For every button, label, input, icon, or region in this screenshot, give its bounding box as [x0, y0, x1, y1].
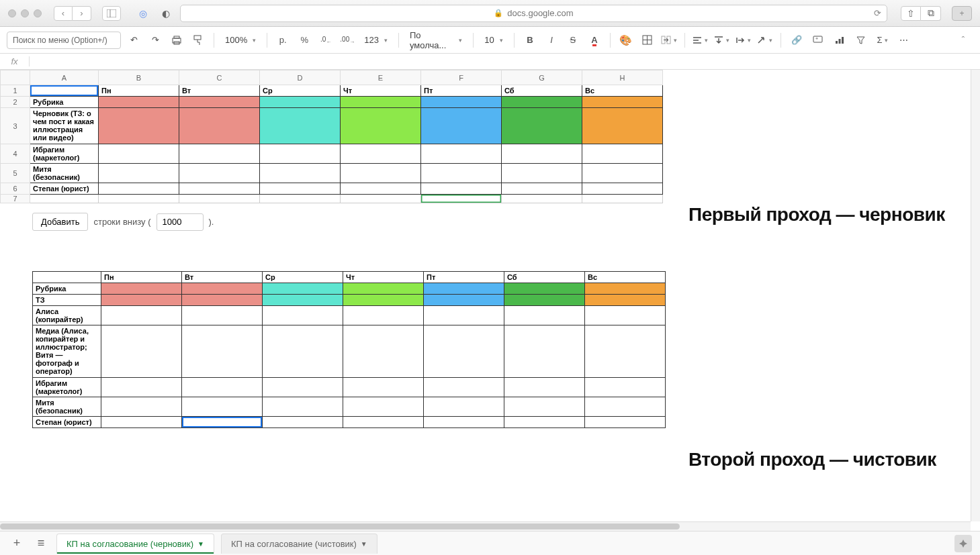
address-bar-wrap: ◎ ◐ 🔒 docs.google.com ⟳ [134, 5, 887, 22]
merge-button[interactable] [660, 32, 678, 49]
paint-format-button[interactable] [189, 32, 207, 49]
browser-right-buttons: ⇧ ⧉ [901, 6, 941, 21]
wrap-icon [736, 36, 745, 44]
new-tab-button[interactable]: + [952, 6, 972, 21]
undo-button[interactable]: ↶ [125, 32, 142, 49]
print-button[interactable] [168, 32, 185, 49]
functions-button[interactable]: Σ [874, 32, 891, 49]
back-button[interactable]: ‹ [54, 6, 73, 21]
print-icon [171, 36, 182, 45]
percent-button[interactable]: % [296, 32, 313, 49]
decrease-decimal-button[interactable]: .0← [317, 32, 335, 49]
fill-icon: 🎨 [619, 34, 632, 46]
svg-rect-18 [836, 41, 838, 44]
menu-search-input[interactable]: Поиск по меню (Option+/) [7, 32, 121, 49]
wrap-button[interactable] [735, 32, 752, 49]
sheets-toolbar: Поиск по меню (Option+/) ↶ ↷ 100% р. % .… [0, 27, 980, 54]
strikethrough-button[interactable]: S [564, 32, 582, 49]
more-button[interactable]: ⋯ [895, 32, 913, 49]
tabs-button[interactable]: ⧉ [921, 6, 941, 21]
comment-button[interactable]: + [809, 32, 827, 49]
svg-rect-3 [174, 36, 179, 38]
font-select[interactable]: По умолча... [406, 32, 466, 49]
svg-rect-20 [842, 37, 844, 44]
currency-button[interactable]: р. [274, 32, 292, 49]
font-size-select[interactable]: 10 [480, 32, 507, 49]
minimize-window-icon[interactable] [21, 9, 29, 17]
reload-icon[interactable]: ⟳ [874, 8, 881, 18]
increase-decimal-button[interactable]: .00→ [339, 32, 356, 49]
traffic-lights [8, 9, 42, 17]
chart-button[interactable] [831, 32, 848, 49]
nav-buttons: ‹ › [54, 6, 91, 21]
chart-icon [835, 36, 844, 44]
forward-button[interactable]: › [73, 6, 91, 21]
align-icon [693, 36, 702, 44]
sidebar-toggle-button[interactable] [102, 6, 121, 21]
comment-icon: + [813, 36, 823, 44]
svg-rect-19 [838, 39, 840, 44]
share-button[interactable]: ⇧ [901, 6, 921, 21]
svg-rect-5 [194, 36, 201, 40]
rotate-icon [757, 36, 766, 44]
valign-icon [714, 36, 723, 44]
redo-button[interactable]: ↷ [146, 32, 164, 49]
paint-icon [193, 35, 203, 46]
bold-button[interactable]: B [521, 32, 539, 49]
borders-icon [642, 35, 652, 45]
h-align-button[interactable] [692, 32, 709, 49]
address-bar[interactable]: 🔒 docs.google.com ⟳ [180, 5, 887, 22]
v-align-button[interactable] [713, 32, 731, 49]
merge-icon [661, 36, 671, 44]
svg-rect-0 [107, 9, 116, 17]
borders-button[interactable] [639, 32, 656, 49]
collapse-toolbar-button[interactable]: ˆ [953, 32, 973, 49]
link-button[interactable]: 🔗 [788, 32, 805, 49]
filter-icon [856, 36, 865, 44]
svg-text:+: + [815, 36, 818, 41]
zoom-select[interactable]: 100% [221, 32, 260, 49]
address-url: docs.google.com [507, 8, 573, 18]
rotate-button[interactable] [756, 32, 774, 49]
filter-button[interactable] [852, 32, 870, 49]
formula-bar: fx [0, 54, 980, 70]
text-color-button[interactable]: A [586, 32, 603, 49]
privacy-icon[interactable]: ◎ [134, 6, 152, 21]
close-window-icon[interactable] [8, 9, 16, 17]
sidebar-icon [107, 9, 116, 17]
italic-button[interactable]: I [543, 32, 560, 49]
number-format-select[interactable]: 123 [360, 32, 392, 49]
browser-chrome: ‹ › ◎ ◐ 🔒 docs.google.com ⟳ ⇧ ⧉ + [0, 0, 980, 27]
fill-color-button[interactable]: 🎨 [617, 32, 635, 49]
maximize-window-icon[interactable] [34, 9, 42, 17]
reader-icon[interactable]: ◐ [157, 6, 175, 21]
lock-icon: 🔒 [494, 9, 503, 17]
fx-label: fx [0, 56, 30, 66]
